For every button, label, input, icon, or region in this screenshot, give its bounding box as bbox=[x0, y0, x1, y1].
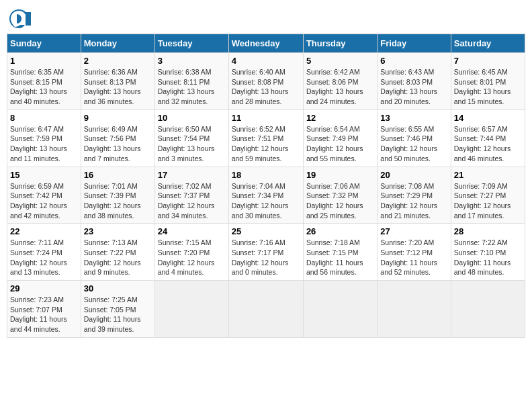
day-number: 7 bbox=[454, 56, 522, 66]
calendar-day-25: 25Sunrise: 7:16 AMSunset: 7:17 PMDayligh… bbox=[228, 224, 303, 281]
svg-marker-0 bbox=[26, 12, 31, 26]
day-number: 10 bbox=[158, 113, 226, 123]
calendar-day-29: 29Sunrise: 7:23 AMSunset: 7:07 PMDayligh… bbox=[7, 281, 81, 338]
day-number: 4 bbox=[232, 56, 300, 66]
weekday-header-sunday: Sunday bbox=[7, 34, 81, 53]
calendar-day-30: 30Sunrise: 7:25 AMSunset: 7:05 PMDayligh… bbox=[81, 281, 154, 338]
day-number: 20 bbox=[380, 170, 447, 180]
day-info: Sunrise: 6:42 AMSunset: 8:06 PMDaylight:… bbox=[306, 67, 374, 107]
day-number: 3 bbox=[158, 56, 226, 66]
weekday-header-tuesday: Tuesday bbox=[154, 34, 228, 53]
day-info: Sunrise: 7:16 AMSunset: 7:17 PMDaylight:… bbox=[232, 238, 300, 277]
calendar-day-13: 13Sunrise: 6:55 AMSunset: 7:46 PMDayligh… bbox=[378, 109, 451, 167]
day-info: Sunrise: 7:08 AMSunset: 7:29 PMDaylight:… bbox=[380, 181, 447, 221]
day-info: Sunrise: 7:11 AMSunset: 7:24 PMDaylight:… bbox=[10, 238, 78, 277]
day-number: 17 bbox=[158, 170, 226, 180]
day-info: Sunrise: 6:54 AMSunset: 7:49 PMDaylight:… bbox=[306, 124, 374, 164]
calendar-day-10: 10Sunrise: 6:50 AMSunset: 7:54 PMDayligh… bbox=[154, 109, 228, 167]
logo-icon bbox=[7, 7, 31, 31]
day-info: Sunrise: 7:04 AMSunset: 7:34 PMDaylight:… bbox=[232, 181, 300, 221]
day-number: 23 bbox=[84, 226, 152, 236]
day-number: 8 bbox=[10, 113, 78, 123]
calendar-day-3: 3Sunrise: 6:38 AMSunset: 8:11 PMDaylight… bbox=[154, 53, 228, 110]
calendar-day-11: 11Sunrise: 6:52 AMSunset: 7:51 PMDayligh… bbox=[228, 109, 303, 167]
weekday-header-saturday: Saturday bbox=[451, 34, 525, 53]
day-number: 1 bbox=[10, 56, 78, 66]
day-info: Sunrise: 6:40 AMSunset: 8:08 PMDaylight:… bbox=[232, 67, 300, 107]
day-number: 5 bbox=[306, 56, 374, 66]
day-info: Sunrise: 6:57 AMSunset: 7:44 PMDaylight:… bbox=[454, 124, 522, 164]
calendar-day-9: 9Sunrise: 6:49 AMSunset: 7:56 PMDaylight… bbox=[81, 109, 154, 167]
calendar-day-20: 20Sunrise: 7:08 AMSunset: 7:29 PMDayligh… bbox=[378, 167, 451, 224]
calendar-day-1: 1Sunrise: 6:35 AMSunset: 8:15 PMDaylight… bbox=[7, 53, 81, 110]
day-number: 6 bbox=[380, 56, 447, 66]
day-info: Sunrise: 7:22 AMSunset: 7:10 PMDaylight:… bbox=[454, 238, 522, 277]
page-header bbox=[7, 7, 525, 31]
calendar-day-27: 27Sunrise: 7:20 AMSunset: 7:12 PMDayligh… bbox=[378, 224, 451, 281]
day-number: 30 bbox=[84, 283, 152, 293]
calendar-day-17: 17Sunrise: 7:02 AMSunset: 7:37 PMDayligh… bbox=[154, 167, 228, 224]
calendar-day-23: 23Sunrise: 7:13 AMSunset: 7:22 PMDayligh… bbox=[81, 224, 154, 281]
day-info: Sunrise: 6:47 AMSunset: 7:59 PMDaylight:… bbox=[10, 124, 78, 164]
calendar-day-14: 14Sunrise: 6:57 AMSunset: 7:44 PMDayligh… bbox=[451, 109, 525, 167]
calendar-day-empty bbox=[303, 281, 377, 338]
day-number: 12 bbox=[306, 113, 374, 123]
day-info: Sunrise: 7:06 AMSunset: 7:32 PMDaylight:… bbox=[306, 181, 374, 221]
day-number: 16 bbox=[84, 170, 152, 180]
calendar-day-18: 18Sunrise: 7:04 AMSunset: 7:34 PMDayligh… bbox=[228, 167, 303, 224]
day-number: 26 bbox=[306, 226, 374, 236]
calendar-day-16: 16Sunrise: 7:01 AMSunset: 7:39 PMDayligh… bbox=[81, 167, 154, 224]
calendar-day-19: 19Sunrise: 7:06 AMSunset: 7:32 PMDayligh… bbox=[303, 167, 377, 224]
calendar-day-28: 28Sunrise: 7:22 AMSunset: 7:10 PMDayligh… bbox=[451, 224, 525, 281]
calendar-day-15: 15Sunrise: 6:59 AMSunset: 7:42 PMDayligh… bbox=[7, 167, 81, 224]
day-number: 24 bbox=[158, 226, 226, 236]
calendar-header: SundayMondayTuesdayWednesdayThursdayFrid… bbox=[7, 34, 525, 53]
calendar-day-2: 2Sunrise: 6:36 AMSunset: 8:13 PMDaylight… bbox=[81, 53, 154, 110]
calendar-day-empty bbox=[378, 281, 451, 338]
calendar-day-empty bbox=[451, 281, 525, 338]
day-info: Sunrise: 7:25 AMSunset: 7:05 PMDaylight:… bbox=[84, 295, 152, 334]
weekday-header-thursday: Thursday bbox=[303, 34, 377, 53]
calendar-day-21: 21Sunrise: 7:09 AMSunset: 7:27 PMDayligh… bbox=[451, 167, 525, 224]
day-number: 19 bbox=[306, 170, 374, 180]
calendar-day-8: 8Sunrise: 6:47 AMSunset: 7:59 PMDaylight… bbox=[7, 109, 81, 167]
day-number: 2 bbox=[84, 56, 152, 66]
calendar-day-6: 6Sunrise: 6:43 AMSunset: 8:03 PMDaylight… bbox=[378, 53, 451, 110]
day-number: 13 bbox=[380, 113, 447, 123]
day-info: Sunrise: 7:01 AMSunset: 7:39 PMDaylight:… bbox=[84, 181, 152, 221]
calendar-day-7: 7Sunrise: 6:45 AMSunset: 8:01 PMDaylight… bbox=[451, 53, 525, 110]
weekday-header-monday: Monday bbox=[81, 34, 154, 53]
day-info: Sunrise: 6:43 AMSunset: 8:03 PMDaylight:… bbox=[380, 67, 447, 107]
day-number: 22 bbox=[10, 226, 78, 236]
weekday-header-wednesday: Wednesday bbox=[228, 34, 303, 53]
day-info: Sunrise: 6:49 AMSunset: 7:56 PMDaylight:… bbox=[84, 124, 152, 164]
day-info: Sunrise: 6:52 AMSunset: 7:51 PMDaylight:… bbox=[232, 124, 300, 164]
day-info: Sunrise: 6:36 AMSunset: 8:13 PMDaylight:… bbox=[84, 67, 152, 107]
day-number: 9 bbox=[84, 113, 152, 123]
calendar-day-5: 5Sunrise: 6:42 AMSunset: 8:06 PMDaylight… bbox=[303, 53, 377, 110]
day-number: 11 bbox=[232, 113, 300, 123]
day-info: Sunrise: 6:50 AMSunset: 7:54 PMDaylight:… bbox=[158, 124, 226, 164]
weekday-header-friday: Friday bbox=[378, 34, 451, 53]
calendar-day-22: 22Sunrise: 7:11 AMSunset: 7:24 PMDayligh… bbox=[7, 224, 81, 281]
logo bbox=[7, 7, 34, 31]
calendar-day-26: 26Sunrise: 7:18 AMSunset: 7:15 PMDayligh… bbox=[303, 224, 377, 281]
day-number: 25 bbox=[232, 226, 300, 236]
calendar-table: SundayMondayTuesdayWednesdayThursdayFrid… bbox=[7, 34, 525, 338]
day-info: Sunrise: 7:02 AMSunset: 7:37 PMDaylight:… bbox=[158, 181, 226, 221]
calendar-day-24: 24Sunrise: 7:15 AMSunset: 7:20 PMDayligh… bbox=[154, 224, 228, 281]
day-info: Sunrise: 7:15 AMSunset: 7:20 PMDaylight:… bbox=[158, 238, 226, 277]
calendar-day-empty bbox=[154, 281, 228, 338]
day-info: Sunrise: 6:59 AMSunset: 7:42 PMDaylight:… bbox=[10, 181, 78, 221]
day-number: 29 bbox=[10, 283, 78, 293]
calendar-day-4: 4Sunrise: 6:40 AMSunset: 8:08 PMDaylight… bbox=[228, 53, 303, 110]
day-number: 18 bbox=[232, 170, 300, 180]
day-number: 15 bbox=[10, 170, 78, 180]
day-info: Sunrise: 7:23 AMSunset: 7:07 PMDaylight:… bbox=[10, 295, 78, 334]
calendar-day-12: 12Sunrise: 6:54 AMSunset: 7:49 PMDayligh… bbox=[303, 109, 377, 167]
calendar-day-empty bbox=[228, 281, 303, 338]
day-info: Sunrise: 7:09 AMSunset: 7:27 PMDaylight:… bbox=[454, 181, 522, 221]
day-info: Sunrise: 7:20 AMSunset: 7:12 PMDaylight:… bbox=[380, 238, 447, 277]
day-info: Sunrise: 6:45 AMSunset: 8:01 PMDaylight:… bbox=[454, 67, 522, 107]
day-number: 21 bbox=[454, 170, 522, 180]
